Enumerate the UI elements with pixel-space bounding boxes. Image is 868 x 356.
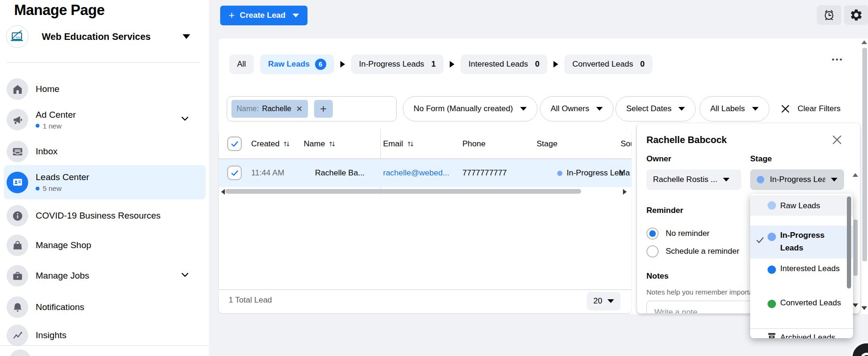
divider — [0, 345, 209, 346]
tab-all[interactable]: All — [229, 54, 254, 74]
stage-dot — [768, 300, 776, 308]
chevron-down-icon[interactable] — [180, 114, 190, 125]
sidebar-item-covid-resources[interactable]: COVID-19 Business Resources — [4, 202, 206, 229]
page-scroll-down-arrow[interactable] — [861, 306, 867, 310]
remove-chip-icon[interactable]: ✕ — [296, 104, 302, 114]
more-options-icon[interactable]: ••• — [832, 55, 844, 63]
row-checkbox[interactable] — [227, 166, 242, 180]
owners-filter-dropdown[interactable]: All Owners — [540, 96, 614, 121]
cell-source: Ma — [619, 159, 630, 187]
sidebar-item-manage-jobs[interactable]: Manage Jobs — [4, 262, 206, 289]
lead-name-title: Rachelle Babcock — [646, 135, 727, 145]
column-header-stage[interactable]: Stage — [537, 129, 557, 159]
sidebar-item-leads-center[interactable]: Leads Center 5 new — [4, 165, 206, 199]
chevron-down-icon — [292, 14, 299, 17]
sort-icon — [329, 140, 336, 148]
menu-item-archived-leads[interactable]: Archived Leads — [750, 331, 853, 338]
tab-in-progress-leads[interactable]: In-Progress Leads1 — [351, 54, 444, 74]
settings-button[interactable] — [844, 5, 868, 25]
sidebar-item-notifications[interactable]: Notifications — [4, 294, 206, 321]
megaphone-icon — [7, 109, 28, 130]
chevron-down-icon — [723, 178, 730, 182]
clear-filters-button[interactable]: Clear Filters — [780, 96, 841, 121]
stage-dropdown[interactable]: In-Progress Lea — [750, 169, 844, 190]
notes-heading: Notes — [646, 272, 668, 281]
tab-raw-leads[interactable]: Raw Leads6 — [260, 54, 334, 74]
dates-filter-dropdown[interactable]: Select Dates — [615, 96, 696, 121]
page-size-dropdown[interactable]: 20 — [587, 292, 621, 311]
stage-select-menu: Raw Leads In-Progress Leads Interested L… — [750, 194, 853, 338]
menu-item-raw-leads[interactable]: Raw Leads — [750, 195, 853, 216]
column-header-source[interactable]: Sou — [621, 129, 631, 159]
close-icon[interactable] — [831, 134, 844, 147]
add-filter-button[interactable]: + — [314, 100, 333, 118]
owner-dropdown[interactable]: Rachelle Rostis ... — [646, 169, 741, 190]
tab-interested-leads[interactable]: Interested Leads0 — [461, 54, 547, 74]
column-header-phone[interactable]: Phone — [462, 129, 485, 159]
page-scrollbar-thumb[interactable] — [862, 48, 867, 261]
hscroll-left-arrow[interactable] — [221, 189, 225, 195]
select-all-checkbox[interactable] — [227, 136, 242, 151]
leads-icon — [7, 172, 28, 193]
stage-dot — [768, 201, 776, 210]
sidebar-item-home[interactable]: Home — [4, 76, 206, 103]
cell-stage: In-Progress Lea — [557, 159, 623, 187]
horizontal-scrollbar-thumb[interactable] — [225, 189, 581, 194]
check-icon — [230, 168, 239, 178]
chat-fab[interactable] — [851, 341, 868, 356]
cell-email-link[interactable]: rachelle@webed... — [383, 159, 449, 187]
hscroll-right-arrow[interactable] — [623, 189, 627, 195]
settings-icon-partial[interactable] — [9, 349, 31, 356]
panel-scrollbar-thumb[interactable] — [853, 220, 858, 276]
menu-item-in-progress-leads[interactable]: In-Progress Leads — [750, 226, 853, 258]
search-token-input[interactable]: Name: Rachelle ✕ + — [227, 96, 397, 121]
inbox-icon — [7, 141, 28, 162]
stage-dot — [557, 171, 562, 176]
count-badge: 6 — [315, 59, 326, 70]
menu-scrollbar-thumb[interactable] — [847, 197, 851, 288]
column-header-name[interactable]: Name — [304, 129, 336, 159]
radio-selected-icon — [646, 227, 659, 240]
column-header-email[interactable]: Email — [383, 129, 414, 159]
column-header-created[interactable]: Created — [251, 129, 290, 159]
alarm-clock-icon — [822, 8, 836, 22]
total-leads-label: 1 Total Lead — [229, 295, 272, 305]
cell-phone: 7777777777 — [462, 159, 507, 187]
leads-center-screen: Manage Page WES Web Education Services H… — [0, 0, 868, 356]
menu-item-converted-leads[interactable]: Converted Leads — [750, 293, 853, 328]
settings-gear-icon — [850, 8, 863, 22]
form-filter-dropdown[interactable]: No Form (Manually created) — [403, 96, 538, 121]
page-name: Web Education Services — [42, 31, 151, 42]
sidebar-item-inbox[interactable]: Inbox — [4, 138, 206, 165]
plus-icon: + — [229, 10, 235, 21]
sort-icon — [407, 140, 414, 148]
page-selector[interactable]: WES Web Education Services — [6, 24, 199, 49]
check-icon — [756, 236, 764, 244]
panel-scroll-down-arrow[interactable] — [853, 303, 858, 307]
tab-converted-leads[interactable]: Converted Leads0 — [564, 54, 653, 74]
sidebar: Manage Page WES Web Education Services H… — [0, 0, 209, 356]
panel-scroll-up-arrow[interactable] — [853, 173, 858, 177]
reminders-clock-button[interactable] — [817, 5, 841, 25]
cell-name: Rachelle Ba... — [315, 159, 365, 187]
menu-item-interested-leads[interactable]: Interested Leads — [750, 259, 853, 293]
radio-schedule-reminder[interactable]: Schedule a reminder — [646, 245, 739, 258]
create-lead-button[interactable]: + Create Lead — [220, 6, 307, 25]
archive-icon — [768, 332, 776, 338]
radio-no-reminder[interactable]: No reminder — [646, 227, 710, 240]
labels-filter-dropdown[interactable]: All Labels — [699, 96, 769, 121]
sidebar-item-ad-center[interactable]: Ad Center 1 new — [4, 104, 206, 135]
divider — [7, 62, 200, 63]
chevron-down-icon — [678, 107, 685, 111]
divider — [219, 289, 631, 290]
chevron-down-icon — [607, 299, 614, 303]
arrow-right-icon — [340, 61, 345, 68]
chevron-down-icon[interactable] — [180, 270, 190, 281]
leads-table: Created Name Email Phone Stage Sou 11:44… — [219, 129, 631, 313]
new-badge: 5 new — [36, 184, 89, 192]
info-icon — [7, 205, 28, 227]
sidebar-item-manage-shop[interactable]: Manage Shop — [4, 232, 206, 259]
reminder-heading: Reminder — [646, 206, 683, 215]
chevron-down-icon — [831, 178, 837, 182]
page-scroll-up-arrow[interactable] — [861, 40, 867, 44]
